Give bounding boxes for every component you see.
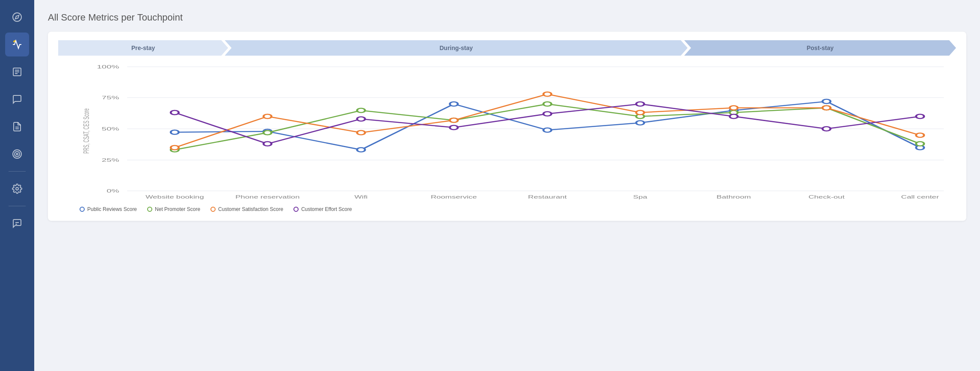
svg-text:25%: 25%	[102, 157, 119, 163]
svg-point-12	[16, 153, 18, 155]
svg-text:75%: 75%	[102, 95, 119, 100]
svg-text:PRS, CSAT, CES Score: PRS, CSAT, CES Score	[82, 108, 91, 154]
svg-point-43	[823, 99, 831, 104]
svg-point-54	[171, 145, 179, 150]
stage-poststay: Post-stay	[684, 40, 956, 56]
sidebar-item-settings[interactable]	[5, 177, 29, 201]
svg-text:Restaurant: Restaurant	[528, 195, 567, 199]
legend-item-nps: Net Promoter Score	[147, 206, 200, 212]
sidebar-divider	[9, 171, 26, 172]
svg-point-36	[171, 130, 179, 134]
chart-area: 100% 75% 50% 25% 0% PRS, CSAT, CES Score…	[80, 62, 952, 201]
svg-point-57	[450, 118, 458, 122]
svg-point-55	[264, 114, 272, 119]
svg-point-53	[916, 142, 924, 146]
svg-point-70	[823, 127, 831, 131]
svg-point-67	[543, 112, 551, 116]
svg-point-63	[171, 110, 179, 115]
stage-duringstay: During-stay	[225, 40, 687, 56]
svg-text:Bathroom: Bathroom	[716, 195, 751, 199]
sidebar-item-chat[interactable]	[5, 87, 29, 111]
svg-text:50%: 50%	[102, 126, 119, 131]
chart-svg: 100% 75% 50% 25% 0% PRS, CSAT, CES Score…	[80, 62, 952, 199]
svg-point-65	[357, 117, 365, 121]
page-title: All Score Metrics per Touchpoint	[48, 12, 966, 23]
sidebar-item-profile[interactable]	[5, 60, 29, 84]
svg-text:Wifi: Wifi	[355, 195, 368, 199]
legend-dot-csat	[210, 207, 216, 212]
stage-prestay: Pre-stay	[58, 40, 228, 56]
sidebar-divider-2	[9, 206, 26, 206]
svg-text:0%: 0%	[107, 188, 119, 193]
main-content: All Score Metrics per Touchpoint Pre-sta…	[34, 0, 980, 371]
chart-container: Pre-stay During-stay Post-stay 100%	[48, 32, 966, 221]
svg-text:Spa: Spa	[633, 195, 648, 199]
svg-point-0	[13, 13, 21, 21]
svg-point-66	[450, 125, 458, 130]
svg-point-13	[16, 187, 18, 190]
svg-point-46	[264, 131, 272, 135]
svg-text:100%: 100%	[97, 64, 119, 69]
legend-item-ces: Customer Effort Score	[293, 206, 352, 212]
svg-point-71	[916, 114, 924, 119]
svg-marker-1	[15, 15, 19, 19]
sidebar-item-feedback[interactable]	[5, 211, 29, 235]
legend-dot-prs	[80, 207, 85, 212]
svg-point-62	[916, 133, 924, 137]
svg-point-41	[636, 121, 644, 125]
svg-text:Roomservice: Roomservice	[431, 195, 477, 199]
svg-point-60	[730, 106, 738, 110]
journey-stages: Pre-stay During-stay Post-stay	[58, 40, 956, 56]
svg-point-39	[450, 102, 458, 106]
svg-point-59	[636, 110, 644, 115]
legend-item-csat: Customer Satisfaction Score	[210, 206, 283, 212]
svg-point-3	[15, 40, 16, 42]
sidebar	[0, 0, 34, 371]
svg-point-38	[357, 148, 365, 152]
svg-point-58	[543, 92, 551, 96]
svg-text:Call center: Call center	[901, 195, 939, 199]
legend-item-prs: Public Reviews Score	[80, 206, 137, 212]
sidebar-item-reports[interactable]	[5, 115, 29, 139]
svg-text:Phone reservation: Phone reservation	[235, 195, 299, 199]
sidebar-item-goals[interactable]	[5, 142, 29, 166]
svg-point-68	[636, 102, 644, 106]
svg-point-49	[543, 102, 551, 106]
svg-point-56	[357, 131, 365, 135]
legend-dot-ces	[293, 207, 299, 212]
sidebar-item-compass[interactable]	[5, 5, 29, 29]
chart-legend: Public Reviews Score Net Promoter Score …	[80, 206, 956, 212]
legend-dot-nps	[147, 207, 152, 212]
svg-point-40	[543, 128, 551, 132]
svg-point-61	[823, 106, 831, 110]
svg-point-11	[15, 151, 20, 157]
svg-point-69	[730, 114, 738, 119]
svg-text:Website booking: Website booking	[145, 195, 204, 199]
svg-point-64	[264, 142, 272, 146]
svg-point-47	[357, 108, 365, 113]
sidebar-item-analytics[interactable]	[5, 33, 29, 56]
svg-text:Check-out: Check-out	[808, 195, 845, 199]
